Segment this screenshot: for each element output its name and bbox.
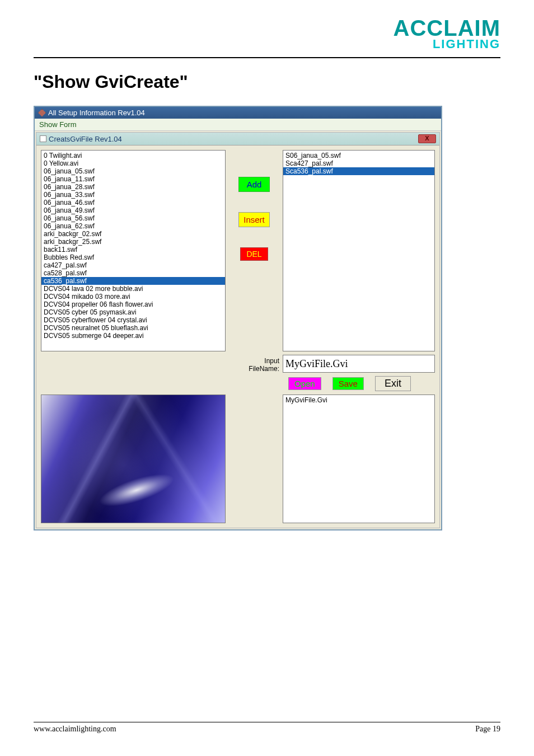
menu-bar[interactable]: Show Form	[35, 119, 441, 131]
target-file-list[interactable]: S06_janua_05.swfSca427_pal.swfSca536_pal…	[283, 150, 435, 351]
list-item[interactable]: Sca427_pal.swf	[283, 159, 434, 167]
list-item[interactable]: Sca536_pal.swf	[283, 167, 434, 175]
inner-window: CreatsGviFile Rev1.04 X 0 Twilight.avi0 …	[36, 132, 440, 528]
list-item[interactable]: 06_janua_05.swf	[41, 167, 225, 175]
list-item[interactable]: ca427_pal.swf	[41, 261, 225, 269]
list-item[interactable]: 06_janua_33.swf	[41, 191, 225, 199]
header-rule	[34, 57, 500, 58]
preview-image	[41, 395, 226, 523]
action-buttons: Open Save Exit	[283, 376, 435, 391]
exit-button[interactable]: Exit	[375, 376, 411, 391]
list-item[interactable]: 06_janua_49.swf	[41, 206, 225, 214]
brand-logo: ACCLAIM LIGHTING	[34, 17, 500, 50]
list-item[interactable]: arki_backgr_02.swf	[41, 230, 225, 238]
delete-button[interactable]: DEL	[240, 247, 268, 261]
dialog-icon	[40, 135, 46, 142]
open-button[interactable]: Open	[288, 377, 321, 390]
save-button[interactable]: Save	[332, 377, 364, 390]
outer-title-text: All Setup Information Rev1.04	[48, 109, 145, 117]
source-file-list[interactable]: 0 Twilight.avi0 Yellow.avi06_janua_05.sw…	[41, 150, 226, 351]
list-item[interactable]: DCVS05 neuralnet 05 blueflash.avi	[41, 324, 225, 332]
close-button[interactable]: X	[418, 134, 436, 143]
list-item[interactable]: 06_janua_46.swf	[41, 199, 225, 206]
list-item[interactable]: DCVS05 cyber 05 psymask.avi	[41, 308, 225, 316]
list-item[interactable]: S06_janua_05.swf	[283, 152, 434, 159]
outer-window: All Setup Information Rev1.04 Show Form …	[34, 106, 442, 530]
list-item[interactable]: 06_janua_56.swf	[41, 214, 225, 222]
filename-label: Input FileName:	[229, 355, 279, 373]
list-item[interactable]: arki_backgr_25.swf	[41, 238, 225, 246]
list-item[interactable]: DCVS04 lava 02 more bubble.avi	[41, 285, 225, 293]
list-item[interactable]: Bubbles Red.swf	[41, 253, 225, 261]
list-item[interactable]: 06_janua_28.swf	[41, 183, 225, 191]
list-item[interactable]: ca536_pal.swf	[41, 277, 225, 285]
add-button[interactable]: Add	[238, 177, 270, 192]
inner-titlebar[interactable]: CreatsGviFile Rev1.04 X	[36, 133, 439, 145]
saved-gvi-list[interactable]: MyGviFile.Gvi	[283, 395, 435, 523]
app-icon	[38, 109, 46, 117]
menu-show-form[interactable]: Show Form	[39, 120, 76, 129]
inner-title-text: CreatsGviFile Rev1.04	[49, 135, 122, 143]
list-item[interactable]: 0 Yellow.avi	[41, 159, 225, 167]
logo-line1: ACCLAIM	[394, 17, 500, 39]
list-item[interactable]: ca528_pal.swf	[41, 269, 225, 277]
list-item[interactable]: 06_janua_11.swf	[41, 175, 225, 183]
list-item[interactable]: MyGviFile.Gvi	[285, 396, 432, 404]
footer-page: Page 19	[475, 725, 500, 734]
list-item[interactable]: DCVS04 mikado 03 more.avi	[41, 293, 225, 300]
page-title: "Show GviCreate"	[34, 72, 500, 92]
transfer-buttons: Add Insert DEL	[229, 150, 279, 351]
list-item[interactable]: back11.swf	[41, 246, 225, 253]
page-footer: www.acclaimlighting.com Page 19	[34, 722, 500, 734]
footer-url: www.acclaimlighting.com	[34, 725, 116, 734]
insert-button[interactable]: Insert	[238, 212, 270, 227]
list-item[interactable]: DCVS04 propeller 06 flash flower.avi	[41, 300, 225, 308]
list-item[interactable]: 0 Twilight.avi	[41, 152, 225, 159]
list-item[interactable]: DCVS05 cyberflower 04 crystal.avi	[41, 316, 225, 324]
outer-titlebar[interactable]: All Setup Information Rev1.04	[35, 107, 441, 119]
list-item[interactable]: DCVS05 submerge 04 deeper.avi	[41, 332, 225, 340]
filename-input[interactable]	[283, 355, 435, 373]
list-item[interactable]: 06_janua_62.swf	[41, 222, 225, 230]
